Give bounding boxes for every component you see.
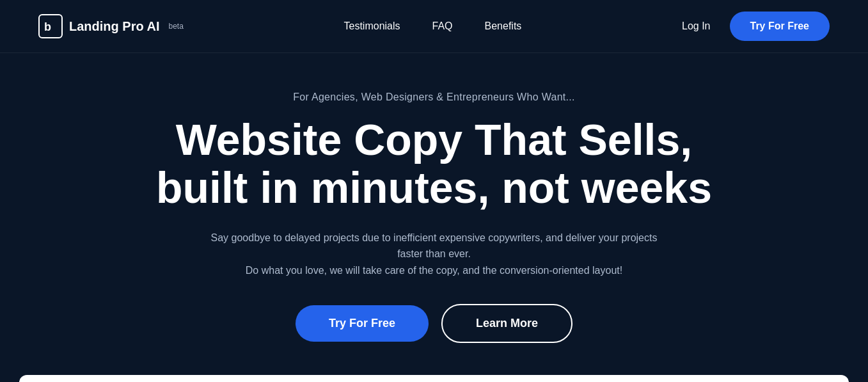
login-link[interactable]: Log In xyxy=(682,20,710,32)
hero-title-line2: built in minutes, not weeks xyxy=(156,163,712,212)
try-free-hero-button[interactable]: Try For Free xyxy=(296,305,429,342)
logo-beta: beta xyxy=(168,22,183,31)
navbar: b Landing Pro AI beta Testimonials FAQ B… xyxy=(0,0,868,53)
hero-description: Say goodbye to delayed projects due to i… xyxy=(204,230,665,279)
nav-right: Log In Try For Free xyxy=(682,12,830,41)
nav-faq[interactable]: FAQ xyxy=(432,20,453,31)
hero-subtitle: For Agencies, Web Designers & Entreprene… xyxy=(293,92,575,103)
hero-desc-line2: Do what you love, we will take care of t… xyxy=(246,265,622,276)
logo-text: Landing Pro AI xyxy=(69,19,159,34)
hero-title: Website Copy That Sells, built in minute… xyxy=(156,116,712,212)
nav-benefits[interactable]: Benefits xyxy=(485,20,522,31)
nav-testimonials[interactable]: Testimonials xyxy=(344,20,400,31)
hero-title-line1: Website Copy That Sells, xyxy=(176,115,692,164)
hero-buttons: Try For Free Learn More xyxy=(296,304,572,343)
try-free-nav-button[interactable]: Try For Free xyxy=(730,12,830,41)
learn-more-button[interactable]: Learn More xyxy=(441,304,572,343)
preview-bar: b Landing Pro AI Website ⊕ New Website ↓… xyxy=(19,375,849,382)
svg-text:b: b xyxy=(44,20,51,33)
logo-icon: b xyxy=(38,14,63,38)
hero-desc-line1: Say goodbye to delayed projects due to i… xyxy=(211,232,658,260)
logo-area: b Landing Pro AI beta xyxy=(38,14,184,38)
hero-section: For Agencies, Web Designers & Entreprene… xyxy=(0,53,868,375)
nav-links: Testimonials FAQ Benefits xyxy=(344,20,522,32)
